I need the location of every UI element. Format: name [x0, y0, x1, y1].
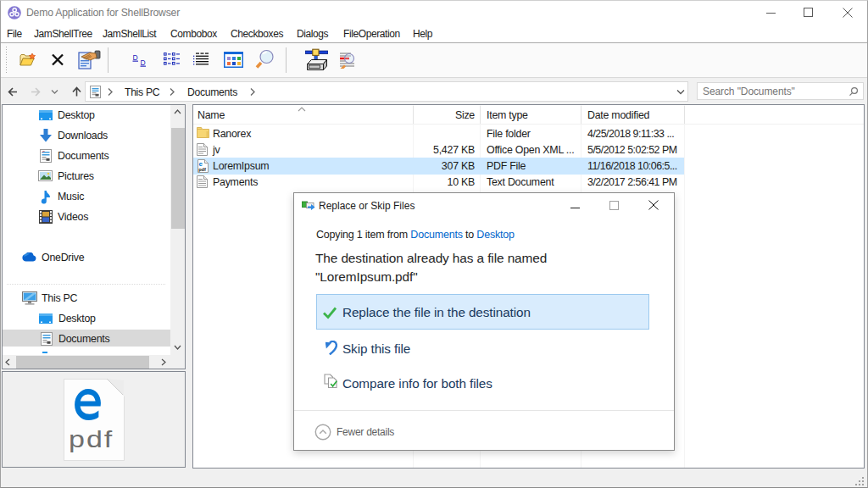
svg-text:pdf: pdf: [198, 167, 206, 172]
svg-text:D: D: [141, 58, 146, 67]
svg-text:e: e: [199, 160, 203, 168]
svg-text:D: D: [133, 53, 138, 62]
